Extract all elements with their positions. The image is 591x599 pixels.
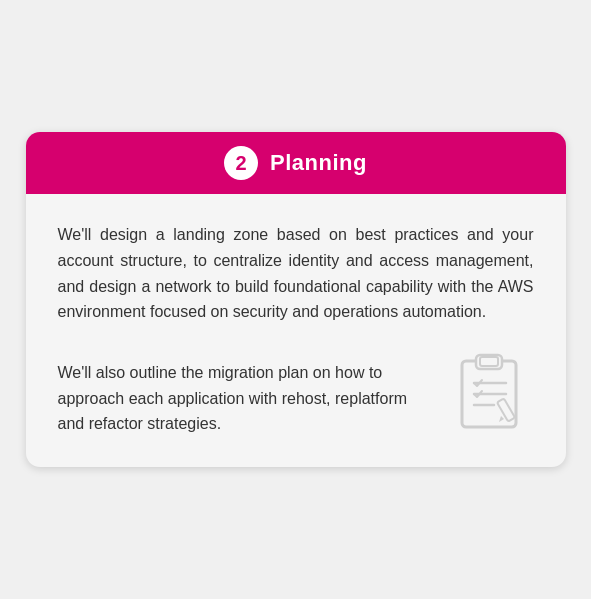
card-header: 2 Planning bbox=[26, 132, 566, 194]
svg-rect-6 bbox=[497, 398, 515, 421]
secondary-paragraph: We'll also outline the migration plan on… bbox=[58, 360, 434, 437]
clipboard-checklist-icon bbox=[444, 347, 534, 437]
svg-rect-2 bbox=[480, 357, 498, 366]
bottom-section: We'll also outline the migration plan on… bbox=[58, 347, 534, 437]
card-title: Planning bbox=[270, 150, 367, 176]
planning-card: 2 Planning We'll design a landing zone b… bbox=[26, 132, 566, 466]
card-body: We'll design a landing zone based on bes… bbox=[26, 194, 566, 466]
svg-marker-7 bbox=[499, 416, 504, 422]
main-paragraph: We'll design a landing zone based on bes… bbox=[58, 222, 534, 324]
step-number: 2 bbox=[224, 146, 258, 180]
